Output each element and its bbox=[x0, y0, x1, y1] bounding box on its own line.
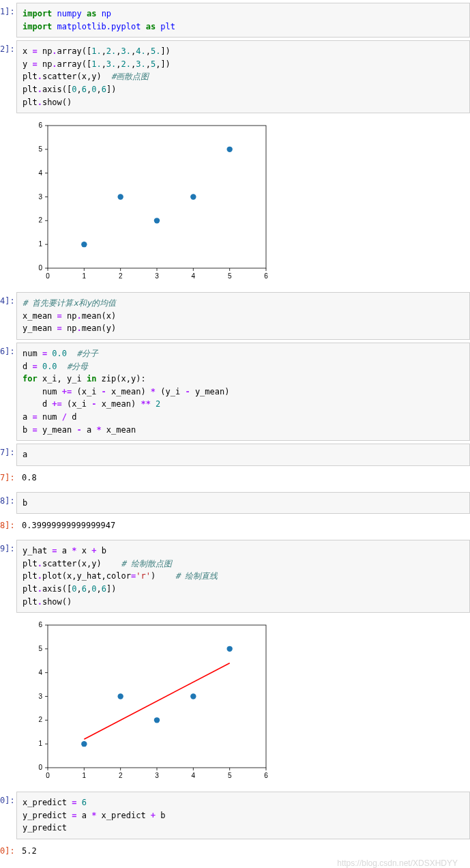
in-prompt: 7]: bbox=[0, 444, 16, 457]
output-cell-8: 8]: 0.39999999999999947 bbox=[0, 517, 470, 537]
plot-svg: 01234560123456 bbox=[20, 120, 273, 285]
out-prompt: 7]: bbox=[0, 469, 16, 482]
scatter-plot-2: 01234560123456 bbox=[16, 616, 470, 789]
svg-text:2: 2 bbox=[38, 717, 42, 724]
in-prompt: 0]: bbox=[0, 792, 16, 805]
output-cell-7: 7]: 0.8 bbox=[0, 469, 470, 489]
svg-text:4: 4 bbox=[38, 169, 42, 177]
svg-text:0: 0 bbox=[38, 764, 42, 771]
code-input[interactable]: x = np.array([1.,2.,3.,4.,5.]) y = np.ar… bbox=[16, 40, 470, 113]
svg-text:3: 3 bbox=[155, 272, 159, 280]
svg-text:2: 2 bbox=[38, 216, 42, 224]
in-prompt: 1]: bbox=[0, 3, 16, 16]
output-text: 0.39999999999999947 bbox=[16, 517, 470, 537]
code-cell-4: 4]: # 首先要计算x和y的均值 x_mean = np.mean(x) y_… bbox=[0, 292, 470, 340]
svg-rect-0 bbox=[48, 126, 266, 268]
svg-text:0: 0 bbox=[38, 264, 42, 272]
code-cell-8: 8]: b bbox=[0, 492, 470, 515]
code-input[interactable]: x_predict = 6 y_predict = a * x_predict … bbox=[16, 792, 470, 839]
in-prompt: 6]: bbox=[0, 343, 16, 356]
svg-text:5: 5 bbox=[228, 272, 232, 280]
code-input[interactable]: y_hat = a * x + b plt.scatter(x,y) # 绘制散… bbox=[16, 540, 470, 613]
svg-text:3: 3 bbox=[155, 772, 159, 779]
out-prompt bbox=[0, 116, 16, 120]
svg-point-64 bbox=[81, 741, 87, 747]
out-prompt bbox=[0, 616, 16, 620]
svg-line-63 bbox=[84, 663, 229, 739]
svg-text:1: 1 bbox=[83, 272, 87, 280]
svg-text:5: 5 bbox=[228, 772, 232, 779]
svg-point-66 bbox=[154, 717, 160, 723]
code-input[interactable]: a bbox=[16, 444, 470, 466]
svg-text:6: 6 bbox=[38, 121, 42, 129]
code-cell-2: 2]: x = np.array([1.,2.,3.,4.,5.]) y = n… bbox=[0, 40, 470, 113]
code-input[interactable]: import numpy as np import matplotlib.pyp… bbox=[16, 3, 470, 38]
svg-point-65 bbox=[117, 694, 123, 699]
svg-text:6: 6 bbox=[264, 772, 268, 779]
svg-point-30 bbox=[117, 194, 123, 199]
svg-point-32 bbox=[190, 194, 196, 199]
code-cell-1: 1]: import numpy as np import matplotlib… bbox=[0, 3, 470, 38]
output-cell-plot2: 01234560123456 bbox=[0, 616, 470, 789]
svg-text:6: 6 bbox=[38, 621, 42, 628]
svg-point-29 bbox=[81, 242, 87, 247]
in-prompt: 2]: bbox=[0, 40, 16, 54]
svg-text:5: 5 bbox=[38, 645, 42, 652]
svg-rect-34 bbox=[48, 625, 266, 768]
svg-text:3: 3 bbox=[38, 193, 42, 201]
svg-text:0: 0 bbox=[46, 772, 50, 779]
svg-text:2: 2 bbox=[119, 272, 123, 280]
code-input[interactable]: b bbox=[16, 492, 470, 515]
code-input[interactable]: num = 0.0 #分子 d = 0.0 #分母 for x_i, y_i i… bbox=[16, 343, 470, 441]
code-cell-6: 6]: num = 0.0 #分子 d = 0.0 #分母 for x_i, y… bbox=[0, 343, 470, 441]
code-cell-7: 7]: a bbox=[0, 444, 470, 466]
svg-text:6: 6 bbox=[264, 272, 268, 280]
in-prompt: 8]: bbox=[0, 492, 16, 506]
svg-text:4: 4 bbox=[192, 272, 196, 280]
svg-text:0: 0 bbox=[46, 272, 50, 280]
svg-point-33 bbox=[226, 147, 232, 152]
svg-text:1: 1 bbox=[38, 740, 42, 747]
in-prompt: 4]: bbox=[0, 292, 16, 306]
svg-text:4: 4 bbox=[38, 669, 42, 676]
svg-text:2: 2 bbox=[119, 772, 123, 779]
svg-text:1: 1 bbox=[38, 240, 42, 248]
svg-point-31 bbox=[154, 218, 160, 223]
svg-point-68 bbox=[226, 646, 232, 652]
code-input[interactable]: # 首先要计算x和y的均值 x_mean = np.mean(x) y_mean… bbox=[16, 292, 470, 340]
scatter-plot-1: 01234560123456 bbox=[16, 116, 470, 289]
svg-text:1: 1 bbox=[83, 772, 87, 779]
plot-svg: 01234560123456 bbox=[20, 620, 273, 785]
output-cell-plot1: 01234560123456 bbox=[0, 116, 470, 289]
output-text: 0.8 bbox=[16, 469, 470, 489]
watermark-text: https://blog.csdn.net/XDSXHDYY bbox=[0, 858, 470, 868]
out-prompt: 0]: bbox=[0, 842, 16, 856]
svg-text:3: 3 bbox=[38, 693, 42, 700]
out-prompt: 8]: bbox=[0, 517, 16, 530]
code-cell-10: 0]: x_predict = 6 y_predict = a * x_pred… bbox=[0, 792, 470, 839]
code-cell-9: 9]: y_hat = a * x + b plt.scatter(x,y) #… bbox=[0, 540, 470, 613]
svg-point-67 bbox=[190, 694, 196, 699]
svg-text:5: 5 bbox=[38, 145, 42, 153]
svg-text:4: 4 bbox=[192, 772, 196, 779]
in-prompt: 9]: bbox=[0, 540, 16, 553]
